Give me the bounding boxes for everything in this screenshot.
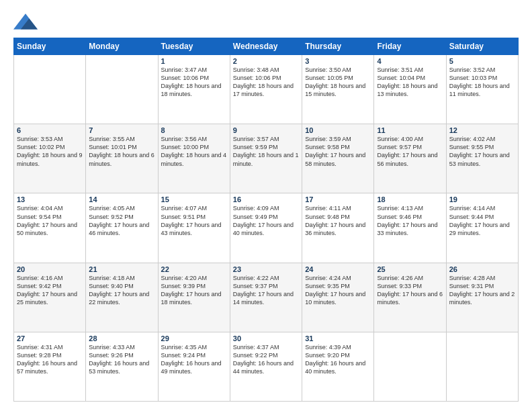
day-number: 18	[377, 195, 443, 203]
weekday-header: Wednesday	[230, 38, 302, 55]
calendar-cell: 14Sunrise: 4:05 AM Sunset: 9:52 PM Dayli…	[86, 193, 158, 263]
day-info: Sunrise: 4:20 AM Sunset: 9:39 PM Dayligh…	[161, 274, 227, 307]
calendar-cell: 30Sunrise: 4:37 AM Sunset: 9:22 PM Dayli…	[230, 332, 302, 401]
calendar-header-row: SundayMondayTuesdayWednesdayThursdayFrid…	[14, 38, 519, 55]
day-info: Sunrise: 4:22 AM Sunset: 9:37 PM Dayligh…	[233, 274, 299, 307]
day-number: 7	[89, 126, 154, 134]
day-info: Sunrise: 4:37 AM Sunset: 9:22 PM Dayligh…	[233, 343, 299, 376]
day-info: Sunrise: 4:09 AM Sunset: 9:49 PM Dayligh…	[233, 204, 299, 237]
calendar-row: 1Sunrise: 3:47 AM Sunset: 10:06 PM Dayli…	[14, 55, 519, 124]
day-info: Sunrise: 4:35 AM Sunset: 9:24 PM Dayligh…	[161, 343, 227, 376]
calendar-cell: 7Sunrise: 3:55 AM Sunset: 10:01 PM Dayli…	[86, 124, 158, 193]
day-number: 11	[377, 126, 443, 134]
day-info: Sunrise: 4:33 AM Sunset: 9:26 PM Dayligh…	[89, 343, 154, 376]
day-number: 13	[17, 195, 83, 203]
calendar-cell: 31Sunrise: 4:39 AM Sunset: 9:20 PM Dayli…	[302, 332, 374, 401]
day-number: 1	[161, 57, 227, 65]
day-info: Sunrise: 3:48 AM Sunset: 10:06 PM Daylig…	[233, 66, 299, 99]
calendar-cell: 18Sunrise: 4:13 AM Sunset: 9:46 PM Dayli…	[374, 193, 446, 263]
day-info: Sunrise: 4:28 AM Sunset: 9:31 PM Dayligh…	[449, 274, 515, 307]
day-info: Sunrise: 3:55 AM Sunset: 10:01 PM Daylig…	[89, 135, 154, 168]
calendar-cell: 23Sunrise: 4:22 AM Sunset: 9:37 PM Dayli…	[230, 263, 302, 332]
day-number: 2	[233, 57, 299, 65]
calendar-row: 27Sunrise: 4:31 AM Sunset: 9:28 PM Dayli…	[14, 332, 519, 401]
day-info: Sunrise: 3:47 AM Sunset: 10:06 PM Daylig…	[161, 66, 227, 99]
calendar-cell: 22Sunrise: 4:20 AM Sunset: 9:39 PM Dayli…	[158, 263, 230, 332]
day-info: Sunrise: 3:56 AM Sunset: 10:00 PM Daylig…	[161, 135, 227, 168]
calendar-cell: 2Sunrise: 3:48 AM Sunset: 10:06 PM Dayli…	[230, 55, 302, 124]
calendar-cell: 10Sunrise: 3:59 AM Sunset: 9:58 PM Dayli…	[302, 124, 374, 193]
day-number: 23	[233, 265, 299, 273]
day-number: 4	[377, 57, 443, 65]
day-number: 31	[305, 334, 371, 342]
day-info: Sunrise: 4:16 AM Sunset: 9:42 PM Dayligh…	[17, 274, 83, 307]
calendar-cell: 11Sunrise: 4:00 AM Sunset: 9:57 PM Dayli…	[374, 124, 446, 193]
day-info: Sunrise: 4:02 AM Sunset: 9:55 PM Dayligh…	[449, 135, 515, 168]
day-number: 26	[449, 265, 515, 273]
day-info: Sunrise: 3:57 AM Sunset: 9:59 PM Dayligh…	[233, 135, 299, 168]
day-number: 12	[449, 126, 515, 134]
day-info: Sunrise: 4:24 AM Sunset: 9:35 PM Dayligh…	[305, 274, 371, 307]
calendar-cell: 9Sunrise: 3:57 AM Sunset: 9:59 PM Daylig…	[230, 124, 302, 193]
day-number: 30	[233, 334, 299, 342]
day-number: 16	[233, 195, 299, 203]
calendar-cell: 15Sunrise: 4:07 AM Sunset: 9:51 PM Dayli…	[158, 193, 230, 263]
day-number: 5	[449, 57, 515, 65]
calendar-cell: 29Sunrise: 4:35 AM Sunset: 9:24 PM Dayli…	[158, 332, 230, 401]
day-info: Sunrise: 3:50 AM Sunset: 10:05 PM Daylig…	[305, 66, 371, 99]
day-info: Sunrise: 4:00 AM Sunset: 9:57 PM Dayligh…	[377, 135, 443, 168]
calendar-cell	[14, 55, 86, 124]
day-number: 25	[377, 265, 443, 273]
calendar-cell: 17Sunrise: 4:11 AM Sunset: 9:48 PM Dayli…	[302, 193, 374, 263]
day-info: Sunrise: 4:31 AM Sunset: 9:28 PM Dayligh…	[17, 343, 83, 376]
calendar-cell: 12Sunrise: 4:02 AM Sunset: 9:55 PM Dayli…	[446, 124, 518, 193]
calendar-cell: 6Sunrise: 3:53 AM Sunset: 10:02 PM Dayli…	[14, 124, 86, 193]
day-info: Sunrise: 4:39 AM Sunset: 9:20 PM Dayligh…	[305, 343, 371, 376]
calendar-cell	[446, 332, 518, 401]
day-number: 22	[161, 265, 227, 273]
header	[13, 12, 519, 31]
day-number: 9	[233, 126, 299, 134]
logo-icon	[13, 12, 38, 31]
calendar-row: 6Sunrise: 3:53 AM Sunset: 10:02 PM Dayli…	[14, 124, 519, 193]
calendar-cell: 8Sunrise: 3:56 AM Sunset: 10:00 PM Dayli…	[158, 124, 230, 193]
day-info: Sunrise: 4:05 AM Sunset: 9:52 PM Dayligh…	[89, 204, 154, 237]
day-info: Sunrise: 4:26 AM Sunset: 9:33 PM Dayligh…	[377, 274, 443, 307]
calendar-cell: 27Sunrise: 4:31 AM Sunset: 9:28 PM Dayli…	[14, 332, 86, 401]
calendar-row: 13Sunrise: 4:04 AM Sunset: 9:54 PM Dayli…	[14, 193, 519, 263]
calendar-cell: 16Sunrise: 4:09 AM Sunset: 9:49 PM Dayli…	[230, 193, 302, 263]
day-info: Sunrise: 3:59 AM Sunset: 9:58 PM Dayligh…	[305, 135, 371, 168]
day-info: Sunrise: 3:52 AM Sunset: 10:03 PM Daylig…	[449, 66, 515, 99]
calendar-cell: 25Sunrise: 4:26 AM Sunset: 9:33 PM Dayli…	[374, 263, 446, 332]
day-info: Sunrise: 4:11 AM Sunset: 9:48 PM Dayligh…	[305, 204, 371, 237]
day-info: Sunrise: 4:14 AM Sunset: 9:44 PM Dayligh…	[449, 204, 515, 237]
day-info: Sunrise: 4:07 AM Sunset: 9:51 PM Dayligh…	[161, 204, 227, 237]
calendar-cell	[374, 332, 446, 401]
day-number: 17	[305, 195, 371, 203]
calendar-cell: 4Sunrise: 3:51 AM Sunset: 10:04 PM Dayli…	[374, 55, 446, 124]
calendar-cell: 21Sunrise: 4:18 AM Sunset: 9:40 PM Dayli…	[86, 263, 158, 332]
day-number: 14	[89, 195, 154, 203]
day-info: Sunrise: 4:04 AM Sunset: 9:54 PM Dayligh…	[17, 204, 83, 237]
calendar-cell	[86, 55, 158, 124]
day-info: Sunrise: 4:18 AM Sunset: 9:40 PM Dayligh…	[89, 274, 154, 307]
day-number: 15	[161, 195, 227, 203]
calendar-cell: 28Sunrise: 4:33 AM Sunset: 9:26 PM Dayli…	[86, 332, 158, 401]
day-number: 19	[449, 195, 515, 203]
calendar-cell: 3Sunrise: 3:50 AM Sunset: 10:05 PM Dayli…	[302, 55, 374, 124]
day-number: 20	[17, 265, 83, 273]
day-number: 28	[89, 334, 154, 342]
calendar-cell: 20Sunrise: 4:16 AM Sunset: 9:42 PM Dayli…	[14, 263, 86, 332]
calendar-row: 20Sunrise: 4:16 AM Sunset: 9:42 PM Dayli…	[14, 263, 519, 332]
logo	[13, 12, 40, 31]
weekday-header: Sunday	[14, 38, 86, 55]
day-info: Sunrise: 4:13 AM Sunset: 9:46 PM Dayligh…	[377, 204, 443, 237]
day-number: 21	[89, 265, 154, 273]
day-info: Sunrise: 3:51 AM Sunset: 10:04 PM Daylig…	[377, 66, 443, 99]
day-number: 24	[305, 265, 371, 273]
weekday-header: Thursday	[302, 38, 374, 55]
calendar-cell: 13Sunrise: 4:04 AM Sunset: 9:54 PM Dayli…	[14, 193, 86, 263]
weekday-header: Monday	[86, 38, 158, 55]
day-number: 29	[161, 334, 227, 342]
calendar-cell: 1Sunrise: 3:47 AM Sunset: 10:06 PM Dayli…	[158, 55, 230, 124]
